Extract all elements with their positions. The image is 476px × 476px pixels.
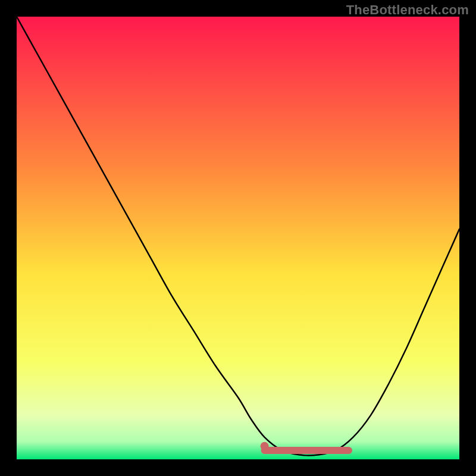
chart-svg [17, 17, 459, 459]
optimal-marker-dot [261, 442, 269, 450]
outer-frame: TheBottleneck.com [0, 0, 476, 476]
heatmap-background [17, 17, 459, 459]
chart-plot [17, 17, 459, 459]
watermark-text: TheBottleneck.com [346, 2, 469, 18]
